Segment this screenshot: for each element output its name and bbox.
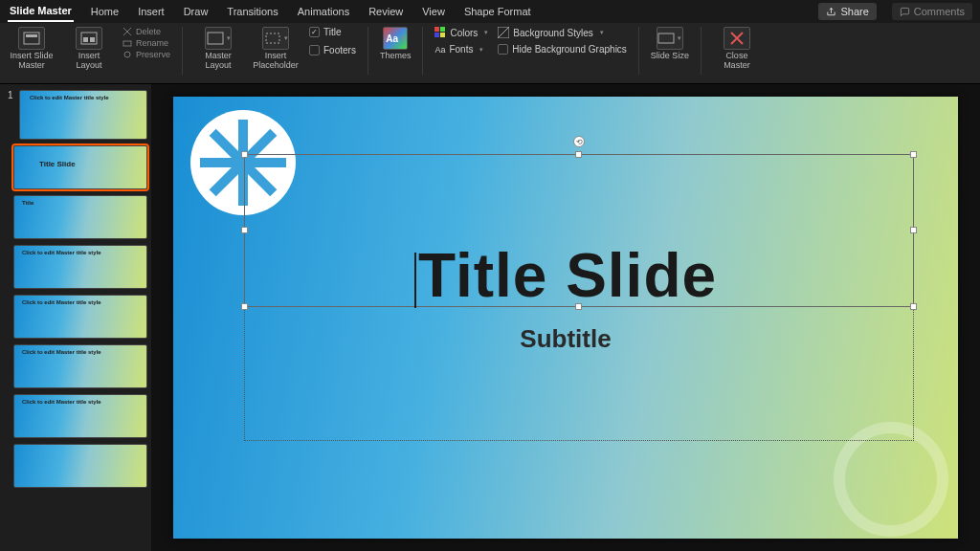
svg-rect-5: [123, 41, 131, 46]
slide-size-icon: [657, 27, 683, 50]
tab-shape-format[interactable]: Shape Format: [462, 2, 533, 21]
thumb-layout-1[interactable]: Title: [13, 195, 147, 239]
text-cursor: [414, 253, 416, 308]
menu-tabs: Slide Master Home Insert Draw Transition…: [0, 0, 980, 23]
svg-rect-3: [83, 37, 88, 42]
footers-checkbox[interactable]: Footers: [309, 45, 356, 55]
slide-size-button[interactable]: Slide Size: [651, 27, 689, 61]
svg-rect-10: [440, 27, 445, 32]
tab-slide-master[interactable]: Slide Master: [8, 1, 74, 22]
ribbon: Insert Slide Master Insert Layout Delete…: [0, 23, 980, 84]
comment-icon: [900, 7, 910, 17]
themes-button[interactable]: Aa Themes: [380, 27, 412, 61]
slide[interactable]: ⟲ Title Slide Subtitle: [173, 97, 958, 539]
insert-slide-master-button[interactable]: Insert Slide Master: [8, 27, 56, 71]
svg-rect-14: [658, 33, 674, 43]
close-icon: [724, 27, 750, 50]
themes-icon: Aa: [383, 27, 408, 50]
thumb-layout-6[interactable]: [13, 444, 147, 488]
thumb-master[interactable]: Click to edit Master title style: [19, 90, 147, 140]
tab-draw[interactable]: Draw: [182, 2, 211, 21]
svg-rect-9: [434, 27, 439, 32]
rename-icon: [122, 38, 132, 48]
rotate-handle[interactable]: ⟲: [573, 136, 585, 147]
resize-handle[interactable]: [910, 151, 917, 158]
tab-animations[interactable]: Animations: [296, 2, 351, 21]
svg-rect-0: [24, 33, 39, 44]
check-icon: ✓: [309, 27, 320, 37]
comments-label: Comments: [914, 6, 965, 17]
workspace: 1 Click to edit Master title style Title…: [0, 84, 980, 551]
rename-button[interactable]: Rename: [122, 38, 170, 48]
tab-home[interactable]: Home: [89, 2, 121, 21]
resize-handle[interactable]: [575, 151, 582, 158]
slide-number: 1: [8, 90, 13, 100]
slide-master-icon: [18, 27, 45, 50]
title-checkbox[interactable]: ✓Title: [309, 27, 356, 37]
master-layout-button[interactable]: Master Layout: [194, 27, 242, 71]
thumb-layout-5[interactable]: Click to edit Master title style: [13, 394, 147, 438]
background-styles-dropdown[interactable]: Background Styles: [498, 27, 627, 38]
resize-handle[interactable]: [241, 227, 248, 233]
thumb-layout-3[interactable]: Click to edit Master title style: [13, 295, 147, 339]
colors-dropdown[interactable]: Colors: [434, 27, 488, 38]
layout-icon: [76, 27, 102, 50]
subtitle-text[interactable]: Subtitle: [173, 324, 958, 354]
tab-view[interactable]: View: [420, 2, 447, 21]
colors-icon: [434, 27, 446, 38]
title-text[interactable]: Title Slide: [173, 240, 958, 311]
resize-handle[interactable]: [241, 151, 248, 158]
thumb-layout-0[interactable]: Title Slide: [13, 145, 147, 189]
tab-review[interactable]: Review: [367, 2, 405, 21]
svg-rect-1: [26, 34, 37, 37]
comments-button[interactable]: Comments: [892, 3, 972, 20]
svg-rect-7: [208, 33, 223, 44]
thumbnail-panel[interactable]: 1 Click to edit Master title style Title…: [0, 84, 151, 551]
svg-rect-12: [440, 33, 445, 37]
preserve-icon: [122, 50, 132, 59]
svg-point-6: [124, 52, 130, 57]
slide-canvas-area: ⟲ Title Slide Subtitle: [151, 84, 980, 551]
insert-layout-button[interactable]: Insert Layout: [65, 27, 113, 71]
fonts-icon: Aa: [434, 45, 445, 55]
svg-rect-11: [434, 33, 439, 37]
share-button[interactable]: Share: [818, 3, 876, 20]
thumb-layout-4[interactable]: Click to edit Master title style: [13, 344, 147, 388]
tab-insert[interactable]: Insert: [136, 2, 167, 21]
share-icon: [826, 7, 836, 17]
master-layout-icon: [205, 27, 232, 50]
delete-icon: [122, 27, 132, 36]
fonts-dropdown[interactable]: AaFonts: [434, 44, 488, 55]
share-label: Share: [840, 6, 868, 17]
placeholder-icon: [262, 27, 289, 50]
thumb-layout-2[interactable]: Click to edit Master title style: [13, 245, 147, 289]
hide-background-checkbox[interactable]: Hide Background Graphics: [498, 44, 627, 55]
insert-placeholder-button[interactable]: Insert Placeholder: [252, 27, 300, 71]
bg-styles-icon: [498, 27, 509, 38]
close-master-button[interactable]: Close Master: [713, 27, 761, 71]
resize-handle[interactable]: [910, 227, 917, 233]
delete-button[interactable]: Delete: [122, 27, 170, 36]
tab-transitions[interactable]: Transitions: [225, 2, 279, 21]
svg-rect-8: [266, 33, 279, 43]
svg-rect-4: [90, 37, 95, 42]
preserve-button[interactable]: Preserve: [122, 50, 170, 59]
